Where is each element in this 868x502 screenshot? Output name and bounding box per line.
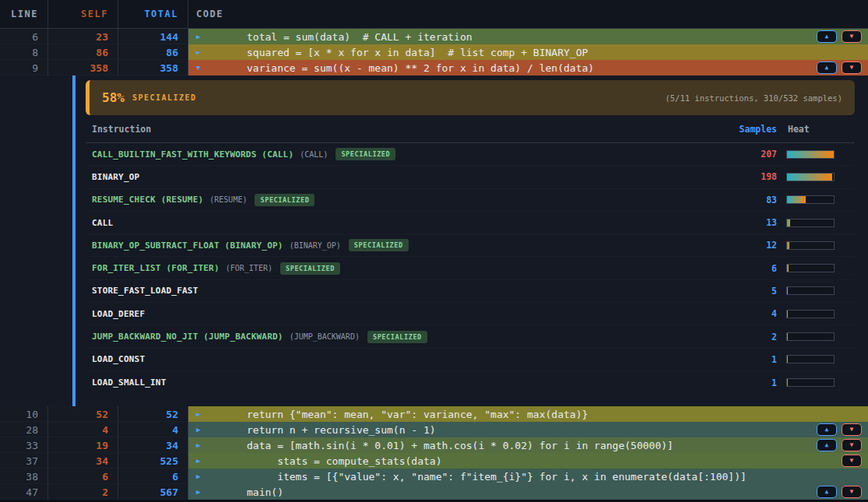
collapse-icon[interactable]: ▼ — [196, 64, 206, 72]
prev-hot-line-button[interactable]: ▲ — [817, 439, 837, 451]
up-arrow-icon: ▲ — [825, 65, 829, 71]
code-cell[interactable]: ▶ main() ▲ ▼ — [188, 484, 868, 500]
next-hot-line-button[interactable]: ▼ — [842, 30, 862, 43]
code-line-row-38: 38 6 6 ▶ items = [{"value": x, "name": f… — [0, 469, 868, 484]
heat-bar-fill — [787, 333, 788, 340]
code-cell[interactable]: ▶ items = [{"value": x, "name": f"item_{… — [188, 469, 868, 484]
column-header-self: SELF — [48, 0, 118, 28]
code-cell[interactable]: ▶ return {"mean": mean, "var": variance,… — [188, 406, 868, 422]
expand-icon[interactable]: ▶ — [196, 472, 206, 480]
expand-icon[interactable]: ▶ — [196, 410, 206, 418]
source-code: items = [{"value": x, "name": f"item_{i}… — [247, 471, 747, 483]
base-instruction: (FOR_ITER) — [226, 264, 272, 272]
instruction-name: LOAD_SMALL_INT — [92, 377, 167, 388]
total-samples: 567 — [118, 484, 188, 500]
heat-bar — [786, 150, 855, 159]
total-samples: 34 — [118, 437, 188, 453]
instruction-name: RESUME_CHECK (RESUME) — [92, 195, 203, 205]
source-code: return n + recursive_sum(n - 1) — [247, 424, 436, 436]
heat-bar-fill — [787, 242, 789, 249]
self-samples: 34 — [48, 453, 118, 469]
line-number: 33 — [0, 437, 48, 453]
row-nav-buttons: ▲ ▼ — [817, 30, 862, 43]
column-header-line: LINE — [0, 0, 48, 28]
source-code: main() — [247, 486, 283, 498]
specialization-summary: 58% SPECIALIZED (5/11 instructions, 310/… — [86, 80, 855, 115]
row-nav-buttons: ▲ ▼ — [817, 486, 862, 498]
code-line-row-33: 33 19 34 ▶ data = [math.sin(i * 0.01) + … — [0, 437, 868, 453]
expand-icon[interactable]: ▶ — [196, 488, 206, 496]
column-header-code: CODE — [188, 0, 868, 28]
prev-hot-line-button[interactable]: ▲ — [817, 486, 837, 498]
instruction-row: FOR_ITER_LIST (FOR_ITER) (FOR_ITER) SPEC… — [86, 257, 855, 279]
instruction-detail-panel: 58% SPECIALIZED (5/11 instructions, 310/… — [0, 75, 868, 406]
profiler-app: LINE SELF TOTAL CODE 6 23 144 ▶ total = … — [0, 0, 868, 502]
specialized-badge: SPECIALIZED — [255, 194, 315, 206]
down-arrow-icon: ▼ — [850, 458, 854, 464]
source-code: data = [math.sin(i * 0.01) + math.cos(i … — [247, 440, 673, 451]
instruction-row: BINARY_OP_SUBTRACT_FLOAT (BINARY_OP) (BI… — [86, 234, 855, 257]
line-number: 28 — [0, 422, 48, 437]
up-arrow-icon: ▲ — [825, 427, 829, 433]
total-samples: 144 — [118, 29, 188, 44]
code-line-row-10: 10 52 52 ▶ return {"mean": mean, "var": … — [0, 406, 868, 422]
expand-icon[interactable]: ▶ — [196, 33, 206, 40]
source-code: total = sum(data) # CALL + iteration — [247, 31, 473, 43]
next-hot-line-button[interactable]: ▼ — [842, 423, 862, 436]
code-cell[interactable]: ▶ total = sum(data) # CALL + iteration ▲… — [188, 29, 868, 44]
instruction-row: STORE_FAST_LOAD_FAST 5 — [86, 280, 855, 303]
instruction-row: RESUME_CHECK (RESUME) (RESUME) SPECIALIZ… — [86, 189, 855, 212]
expand-icon[interactable]: ▶ — [196, 457, 206, 465]
specialized-percent: 58% — [102, 90, 125, 105]
prev-hot-line-button[interactable]: ▲ — [817, 423, 837, 436]
specialized-badge: SPECIALIZED — [367, 331, 427, 343]
self-samples: 358 — [48, 60, 118, 75]
samples-count: 1 — [684, 354, 777, 365]
prev-hot-line-button[interactable]: ▲ — [817, 61, 837, 74]
instruction-name: LOAD_CONST — [92, 354, 145, 364]
self-samples: 86 — [48, 44, 118, 60]
instruction-table-header: Instruction Samples Heat — [86, 115, 855, 143]
next-hot-line-button[interactable]: ▼ — [842, 61, 862, 74]
heat-bar-fill — [787, 287, 788, 294]
samples-count: 2 — [684, 332, 777, 342]
heat-bar — [786, 264, 855, 272]
samples-count: 4 — [684, 308, 777, 319]
code-cell[interactable]: ▶ return n + recursive_sum(n - 1) ▲ ▼ — [188, 422, 868, 437]
samples-count: 207 — [684, 149, 777, 160]
base-instruction: (JUMP_BACKWARD) — [290, 332, 360, 341]
code-cell[interactable]: ▼ variance = sum((x - mean) ** 2 for x i… — [188, 60, 868, 75]
self-samples: 19 — [48, 437, 118, 453]
instruction-column-header: Instruction — [92, 124, 684, 135]
heat-bar — [786, 355, 855, 363]
heat-bar-fill — [787, 219, 790, 226]
code-cell[interactable]: ▶ stats = compute_stats(data) ▼ — [188, 453, 868, 469]
instruction-name: BINARY_OP — [92, 172, 139, 182]
heat-bar-fill — [787, 196, 806, 203]
code-cell[interactable]: ▶ squared = [x * x for x in data] # list… — [188, 44, 868, 60]
self-samples: 52 — [48, 406, 118, 422]
down-arrow-icon: ▼ — [850, 65, 854, 71]
next-hot-line-button[interactable]: ▼ — [842, 439, 862, 451]
next-hot-line-button[interactable]: ▼ — [842, 455, 862, 467]
expand-icon[interactable]: ▶ — [196, 48, 206, 56]
expand-icon[interactable]: ▶ — [196, 426, 206, 434]
row-nav-buttons: ▲ ▼ — [817, 61, 862, 74]
code-line-row-6: 6 23 144 ▶ total = sum(data) # CALL + it… — [0, 29, 868, 44]
code-line-row-37: 37 34 525 ▶ stats = compute_stats(data) … — [0, 453, 868, 469]
instruction-name: CALL — [92, 218, 113, 228]
instruction-name: CALL_BUILTIN_FAST_WITH_KEYWORDS (CALL) — [92, 149, 293, 160]
heat-column-header: Heat — [786, 124, 855, 135]
code-cell[interactable]: ▶ data = [math.sin(i * 0.01) + math.cos(… — [188, 437, 868, 453]
total-samples: 358 — [118, 60, 188, 75]
next-hot-line-button[interactable]: ▼ — [842, 486, 862, 498]
down-arrow-icon: ▼ — [850, 442, 854, 448]
line-number: 38 — [0, 469, 48, 484]
instruction-name: BINARY_OP_SUBTRACT_FLOAT (BINARY_OP) — [92, 240, 283, 251]
heat-bar — [786, 332, 855, 341]
instruction-name: LOAD_DEREF — [92, 309, 145, 319]
prev-hot-line-button[interactable]: ▲ — [817, 30, 837, 43]
heat-bar — [786, 378, 855, 387]
expand-icon[interactable]: ▶ — [196, 441, 206, 449]
base-instruction: (BINARY_OP) — [290, 241, 341, 250]
